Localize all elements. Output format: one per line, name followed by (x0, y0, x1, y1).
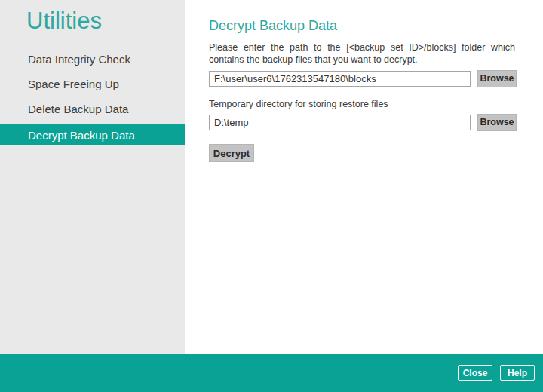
sidebar: Utilities Data Integrity Check Space Fre… (0, 0, 185, 354)
browse-backup-path-button[interactable]: Browse (477, 70, 517, 87)
sidebar-item-space-freeing-up[interactable]: Space Freeing Up (0, 72, 185, 96)
decrypt-button[interactable]: Decrypt (209, 144, 254, 162)
sidebar-item-label: Delete Backup Data (28, 103, 128, 115)
footer-bar: Close Help (0, 354, 543, 392)
instruction-text: Please enter the path to the [<backup se… (209, 41, 515, 66)
sidebar-title: Utilities (26, 8, 185, 35)
sidebar-item-label: Space Freeing Up (28, 78, 119, 90)
help-button[interactable]: Help (500, 365, 535, 381)
sidebar-item-decrypt-backup-data[interactable]: Decrypt Backup Data (0, 124, 185, 145)
temp-dir-row: Browse (209, 114, 543, 131)
main-panel: Decrypt Backup Data Please enter the pat… (185, 0, 543, 354)
utilities-window: Utilities Data Integrity Check Space Fre… (0, 0, 543, 392)
backup-path-row: Browse (209, 70, 543, 87)
sidebar-menu: Data Integrity Check Space Freeing Up De… (0, 47, 185, 145)
sidebar-item-delete-backup-data[interactable]: Delete Backup Data (0, 96, 185, 121)
backup-path-input[interactable] (209, 71, 471, 87)
sidebar-item-label: Decrypt Backup Data (28, 129, 135, 142)
close-button[interactable]: Close (458, 365, 492, 381)
temp-dir-input[interactable] (209, 115, 471, 130)
browse-temp-dir-button[interactable]: Browse (477, 114, 517, 131)
temp-dir-label: Temporary directory for storing restore … (209, 99, 543, 109)
sidebar-item-label: Data Integrity Check (28, 53, 130, 66)
page-title: Decrypt Backup Data (209, 17, 543, 35)
sidebar-item-data-integrity-check[interactable]: Data Integrity Check (0, 47, 185, 72)
